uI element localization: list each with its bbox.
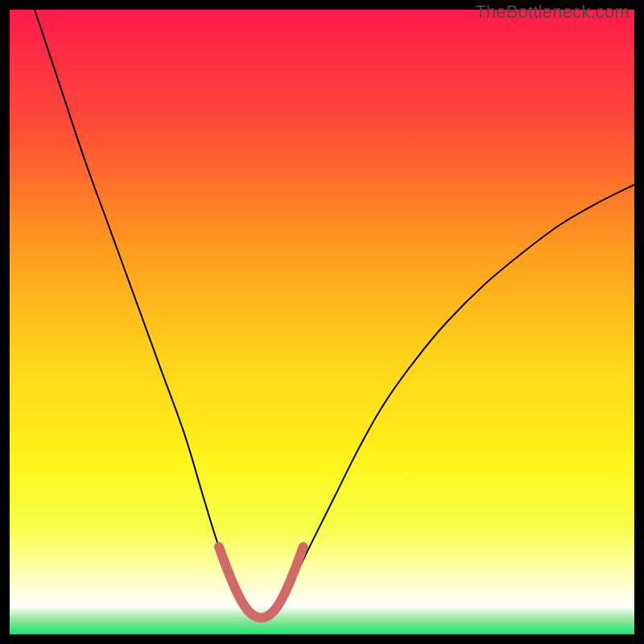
bottleneck-chart (10, 10, 634, 634)
chart-frame (10, 10, 634, 634)
chart-background (10, 10, 634, 634)
watermark-text: TheBottleneck.com (475, 2, 630, 23)
